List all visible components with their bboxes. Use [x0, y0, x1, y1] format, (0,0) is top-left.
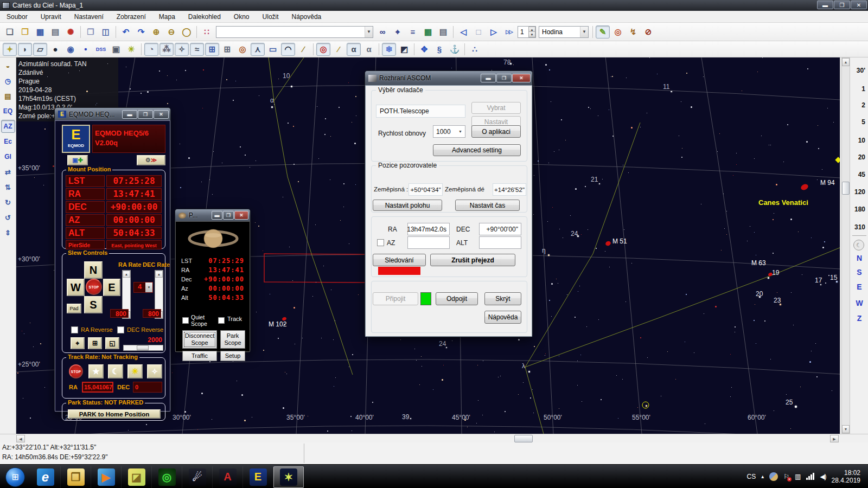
poth-close-button[interactable]: ✕: [234, 211, 248, 220]
dec-field[interactable]: +90°00'00": [479, 223, 521, 235]
undo-icon[interactable]: ↶: [119, 25, 133, 38]
horizontal-scroll-thumb[interactable]: [514, 435, 533, 442]
fov-value-30m[interactable]: 30': [857, 67, 865, 74]
setup-button[interactable]: Setup: [220, 351, 245, 361]
save-chart-icon[interactable]: ▦: [33, 25, 47, 38]
scroll-right-icon[interactable]: ▶: [830, 435, 839, 442]
star-field-icon[interactable]: ⁂: [159, 43, 174, 56]
park-scope-button[interactable]: Park Scope: [220, 330, 245, 349]
taskbar-internet-explorer[interactable]: e: [30, 466, 61, 488]
pripojit-button[interactable]: Připojit: [373, 292, 418, 305]
ascom-minimize-button[interactable]: ▬: [481, 74, 496, 82]
direction-button-s[interactable]: S: [853, 268, 865, 277]
fov-value-310[interactable]: 310: [854, 223, 865, 231]
poth-maximize-button[interactable]: ❐: [223, 211, 234, 220]
track-solar-button[interactable]: ☀: [127, 364, 143, 378]
planet-dark-icon[interactable]: ●: [48, 43, 62, 56]
direction-button-n[interactable]: N: [853, 254, 865, 262]
menu-upravit[interactable]: Upravit: [41, 13, 61, 21]
taskbar-sky-chart-app[interactable]: ☄: [182, 466, 213, 488]
observatory-icon[interactable]: ◒: [1, 59, 15, 72]
tray-app-icon[interactable]: [769, 472, 778, 481]
traffic-button[interactable]: Traffic: [182, 351, 217, 361]
constellation-figure-icon[interactable]: ⋏: [251, 43, 265, 56]
redo-icon[interactable]: ↷: [134, 25, 148, 38]
copy-chart-icon[interactable]: ❒: [84, 25, 98, 38]
poth-titlebar[interactable]: P... ▬ ❐ ✕: [175, 209, 250, 221]
fov-value-5[interactable]: 5: [861, 118, 865, 126]
poth-minimize-button[interactable]: ▬: [212, 211, 222, 220]
slew-south-button[interactable]: S: [84, 296, 103, 313]
direction-button-z[interactable]: Z: [853, 314, 865, 323]
setup-tools-button[interactable]: ⚙≫: [137, 155, 165, 165]
zoom-in-icon[interactable]: ⊕: [149, 25, 163, 38]
nebula-outline-icon[interactable]: ▱: [33, 43, 47, 56]
napoveda-button[interactable]: Nápověda: [484, 311, 521, 324]
alt-field[interactable]: [479, 236, 521, 249]
contrast-mode-icon[interactable]: ◩: [397, 43, 411, 56]
disconnect-scope-button[interactable]: Disconnect Scope: [182, 330, 217, 349]
fov-value-180[interactable]: 180: [854, 206, 865, 213]
fov-value-1[interactable]: 1: [861, 85, 865, 93]
chart-horizontal-scrollbar[interactable]: ◀ ▶: [0, 434, 868, 442]
slew-west-button[interactable]: W: [67, 279, 85, 296]
language-indicator[interactable]: CS: [747, 473, 756, 480]
ascom-titlebar[interactable]: Rozhraní ASCOM ▬ ❐ ✕: [365, 71, 532, 85]
horizon-line-icon[interactable]: ◠: [281, 43, 295, 56]
limit-slider[interactable]: [123, 345, 163, 351]
night-mode-icon[interactable]: ❄: [382, 43, 396, 56]
galactic-coords-icon[interactable]: Gl: [1, 150, 15, 163]
taskbar-clock[interactable]: 18:0228.4.2019: [832, 469, 860, 484]
vertical-scroll-thumb[interactable]: [842, 182, 850, 195]
eqmod-minimize-button[interactable]: ▬: [122, 110, 137, 119]
maximize-button[interactable]: ❐: [834, 1, 850, 9]
fov-value-120[interactable]: 120: [854, 188, 865, 196]
constellation-bounds-icon[interactable]: ▭: [266, 43, 280, 56]
start-button[interactable]: ⊞: [0, 466, 30, 488]
notes-icon[interactable]: ▤: [1, 89, 15, 102]
step-forward-icon[interactable]: ▷: [487, 25, 501, 38]
scroll-up-icon[interactable]: ▲: [842, 58, 850, 66]
slew-east-button[interactable]: E: [103, 279, 120, 296]
network-signal-icon[interactable]: [806, 473, 814, 480]
ascom-maximize-button[interactable]: ❐: [496, 74, 512, 82]
ascom-close-button[interactable]: ✕: [512, 74, 531, 82]
fov-value-2[interactable]: 2: [861, 101, 865, 109]
comet-tail-icon[interactable]: ✧: [175, 43, 189, 56]
taskbar-ascom-app[interactable]: A: [213, 466, 243, 488]
single-star-icon[interactable]: •: [79, 43, 93, 56]
taskbar-file-explorer[interactable]: ❐: [61, 466, 91, 488]
menu-okno[interactable]: Okno: [234, 13, 250, 21]
milky-way-icon[interactable]: ≈: [190, 43, 204, 56]
goto-binoculars-button[interactable]: ⌖: [71, 337, 85, 349]
direction-button-w[interactable]: W: [853, 299, 865, 307]
track-dec-field[interactable]: 0: [133, 382, 162, 393]
time-step-count-input[interactable]: 1▲▼: [518, 26, 536, 38]
track-telescope-icon[interactable]: ↯: [626, 25, 640, 38]
taskbar-phd2-guiding[interactable]: ◎: [152, 466, 182, 488]
zoom-area-icon[interactable]: ◯: [180, 25, 194, 38]
minimize-button[interactable]: ▬: [817, 1, 833, 9]
planets-filter-icon[interactable]: ◗: [18, 43, 32, 56]
tray-expand-icon[interactable]: ▴: [761, 473, 764, 479]
horizon-ground-icon[interactable]: ∕: [296, 43, 310, 56]
park-home-button[interactable]: PARK to Home Position: [68, 409, 161, 419]
menu-nastavení[interactable]: Nastavení: [74, 13, 104, 21]
flip-horizontal-icon[interactable]: ⇄: [1, 165, 15, 178]
ra-reverse-checkbox[interactable]: [71, 326, 78, 333]
object-search-combobox[interactable]: ▼: [216, 26, 373, 38]
track-lunar-button[interactable]: ☾: [108, 364, 123, 378]
ascom-window[interactable]: Rozhraní ASCOM ▬ ❐ ✕ Výběr ovladače POTH…: [365, 70, 533, 337]
print-chart-icon[interactable]: ▤: [48, 25, 62, 38]
dss-image-icon[interactable]: DSS: [94, 43, 108, 56]
pan-mode-icon[interactable]: ✥: [417, 43, 431, 56]
rotate-cw-icon[interactable]: ↻: [1, 196, 15, 209]
eqmod-maximize-button[interactable]: ❐: [138, 110, 153, 119]
stop-time-icon[interactable]: □: [471, 25, 486, 38]
abort-slew-icon[interactable]: ⊘: [641, 25, 655, 38]
ra-field[interactable]: 13h47m42.0s: [407, 223, 450, 235]
zrusit-prejezd-button[interactable]: Zrušit přejezd: [430, 254, 515, 266]
galaxy-filter-icon[interactable]: ◉: [63, 43, 78, 56]
volume-icon[interactable]: ◀): [820, 473, 826, 480]
taskbar-media-player[interactable]: ▶: [91, 466, 122, 488]
